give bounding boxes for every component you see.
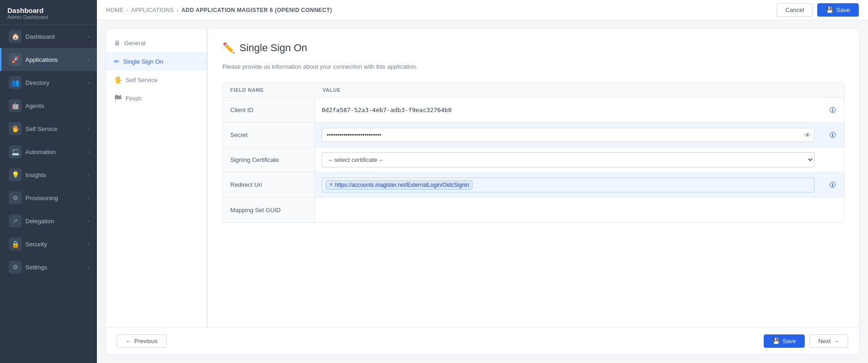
nav-label-provisioning: Provisioning [25, 195, 58, 202]
secret-input[interactable] [322, 128, 814, 142]
nav-icon-provisioning: ⚙ [9, 191, 22, 204]
breadcrumb-sep-1: › [126, 7, 128, 13]
nav-icon-applications: 🚀 [9, 53, 22, 66]
field-info-secret[interactable]: 🛈 [821, 123, 844, 147]
col-info [821, 83, 844, 97]
chevron-icon-settings: ‹ [88, 265, 90, 270]
nav-left-security: 🔒 Security [9, 238, 47, 250]
nav-left-delegation: ↗ Delegation [9, 214, 54, 227]
form-row-mapping-set-guid: Mapping Set GUID [223, 197, 844, 222]
field-value-cell-redirect-uri: ✕ https://accounts.magister.net/External… [315, 173, 821, 197]
step-label-finish: Finish [126, 95, 142, 102]
field-info-mapping-set-guid [821, 197, 844, 222]
redirect-tag-value: https://accounts.magister.net/ExternalLo… [335, 182, 469, 188]
step-arrow-sso: › [204, 57, 207, 65]
nav-label-self-service: Self Service [25, 125, 57, 132]
redirect-uri-input[interactable] [475, 182, 810, 188]
sidebar-item-directory[interactable]: 👥 Directory ‹ [0, 71, 97, 94]
form-row-secret: Secret 👁 🛈 [223, 123, 844, 148]
sidebar-item-self-service[interactable]: 🖐 Self Service ‹ [0, 117, 97, 140]
wizard-title: ✏️ Single Sign On [222, 42, 844, 54]
redirect-tag-input[interactable]: ✕ https://accounts.magister.net/External… [322, 178, 814, 192]
wizard-step-finish[interactable]: 🏁 Finish [106, 89, 207, 107]
next-arrow-icon: → [833, 338, 839, 345]
sidebar-item-applications[interactable]: 🚀 Applications ‹ [0, 48, 97, 71]
step-icon-general: 🖥 [114, 39, 120, 47]
main-content: HOME › APPLICATIONS › ADD APPLICATION MA… [97, 0, 868, 363]
nav-icon-settings: ⚙ [9, 261, 22, 274]
nav-label-security: Security [25, 241, 47, 248]
nav-left-agents: 🤖 Agents [9, 99, 44, 112]
sidebar-item-automation[interactable]: 💻 Automation ‹ [0, 140, 97, 163]
breadcrumb: HOME › APPLICATIONS › ADD APPLICATION MA… [106, 7, 332, 13]
wizard-bottom: ← Previous 💾 Save Next → [106, 327, 859, 354]
tag-remove-icon[interactable]: ✕ [329, 182, 333, 188]
nav-left-provisioning: ⚙ Provisioning [9, 191, 58, 204]
wizard-subtitle: Please provide us information about your… [222, 63, 844, 70]
form-table: FIELD NAME VALUE Client ID 0d2fa587-52a3… [222, 82, 844, 223]
sidebar-item-delegation[interactable]: ↗ Delegation ‹ [0, 209, 97, 232]
form-row-signing-certificate: Signing Certificate -- select certificat… [223, 148, 844, 173]
field-value-cell-mapping-set-guid [315, 197, 821, 222]
eye-icon[interactable]: 👁 [804, 131, 811, 139]
field-info-redirect-uri[interactable]: 🛈 [821, 173, 844, 197]
wizard-content: ✏️ Single Sign On Please provide us info… [208, 29, 859, 327]
nav-label-directory: Directory [25, 79, 49, 86]
wizard-step-self-service[interactable]: 🖐 Self Service [106, 71, 207, 89]
save-icon-bottom: 💾 [772, 338, 780, 345]
nav-left-automation: 💻 Automation [9, 145, 56, 158]
nav-label-settings: Settings [25, 264, 47, 271]
sidebar-subtitle: Admin Dashboard [7, 14, 90, 20]
save-icon-top: 💾 [826, 6, 833, 13]
nav-icon-self-service: 🖐 [9, 122, 22, 135]
next-button[interactable]: Next → [809, 334, 848, 348]
field-info-client-id[interactable]: 🛈 [821, 98, 844, 122]
previous-arrow-icon: ← [126, 338, 132, 345]
secret-input-wrap: 👁 [322, 128, 814, 142]
sidebar-item-provisioning[interactable]: ⚙ Provisioning ‹ [0, 186, 97, 209]
chevron-icon-automation: ‹ [88, 149, 90, 155]
nav-left-directory: 👥 Directory [9, 76, 49, 89]
nav-icon-delegation: ↗ [9, 214, 22, 227]
wizard-step-general[interactable]: 🖥 General [106, 34, 207, 52]
form-row-redirect-uri: Redirect Uri ✕ https://accounts.magister… [223, 173, 844, 197]
sidebar-header: Dashboard Admin Dashboard [0, 0, 97, 25]
topbar: HOME › APPLICATIONS › ADD APPLICATION MA… [97, 0, 868, 20]
form-row-client-id: Client ID 0d2fa587-52a3-4eb7-adb3-f9eac3… [223, 98, 844, 123]
field-value-cell-client-id: 0d2fa587-52a3-4eb7-adb3-f9eac32764b0 [315, 98, 821, 122]
nav-left-applications: 🚀 Applications [9, 53, 58, 66]
save-button-bottom[interactable]: 💾 Save [764, 334, 805, 348]
nav-left-dashboard: 🏠 Dashboard [9, 30, 55, 43]
breadcrumb-applications[interactable]: APPLICATIONS [131, 7, 174, 13]
nav-left-self-service: 🖐 Self Service [9, 122, 57, 135]
nav-label-delegation: Delegation [25, 218, 54, 225]
chevron-icon-applications: ‹ [88, 57, 90, 62]
breadcrumb-sep-2: › [177, 7, 179, 13]
step-icon-sso: ✏ [114, 58, 120, 65]
nav-icon-directory: 👥 [9, 76, 22, 89]
sidebar-item-insights[interactable]: 💡 Insights ‹ [0, 163, 97, 186]
sidebar-item-security[interactable]: 🔒 Security ‹ [0, 232, 97, 256]
breadcrumb-home[interactable]: HOME [106, 7, 124, 13]
col-value: VALUE [315, 83, 821, 97]
form-rows: Client ID 0d2fa587-52a3-4eb7-adb3-f9eac3… [223, 98, 844, 222]
wizard-step-sso[interactable]: ✏ Single Sign On › [106, 52, 207, 71]
signing-cert-select[interactable]: -- select certificate -- [322, 152, 814, 167]
step-label-general: General [124, 40, 145, 47]
step-icon-finish: 🏁 [114, 95, 122, 102]
sidebar-item-agents[interactable]: 🤖 Agents [0, 94, 97, 117]
bottom-right-actions: 💾 Save Next → [764, 334, 848, 348]
nav-label-applications: Applications [25, 56, 58, 63]
col-field-name: FIELD NAME [223, 83, 315, 97]
nav-left-settings: ⚙ Settings [9, 261, 47, 274]
save-button-top[interactable]: 💾 Save [817, 3, 859, 17]
field-value-cell-secret: 👁 [315, 123, 821, 147]
previous-button[interactable]: ← Previous [117, 334, 167, 348]
chevron-icon-self-service: ‹ [88, 126, 90, 131]
nav-icon-security: 🔒 [9, 238, 22, 250]
sidebar: Dashboard Admin Dashboard 🏠 Dashboard ‹ … [0, 0, 97, 363]
sidebar-item-dashboard[interactable]: 🏠 Dashboard ‹ [0, 25, 97, 48]
nav-icon-agents: 🤖 [9, 99, 22, 112]
cancel-button[interactable]: Cancel [777, 3, 813, 17]
sidebar-item-settings[interactable]: ⚙ Settings ‹ [0, 256, 97, 279]
